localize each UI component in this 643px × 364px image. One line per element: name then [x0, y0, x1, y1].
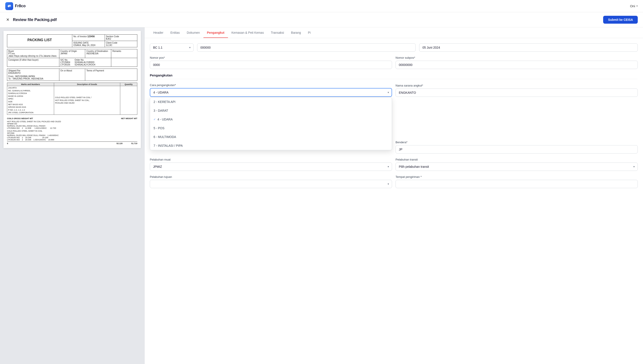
tempat-pengiriman-input[interactable]	[396, 180, 638, 188]
tab-pi[interactable]: Pi	[304, 28, 314, 38]
bc-select[interactable]: BC 1.1	[150, 43, 194, 52]
dropdown-label-2: 2 - KERETA API	[154, 100, 176, 104]
tab-dokumen[interactable]: Dokumen	[183, 28, 204, 38]
main-layout: PACKING LIST No. of Invoice 123456 Secti…	[0, 28, 643, 364]
submit-button[interactable]: Submit ke CEISA	[603, 16, 638, 24]
goods-desc: COLD ROLLED STEEL SHEET IN COIL /HOT ROL…	[54, 86, 120, 115]
client-code-label: Client Code	[106, 42, 136, 44]
tab-barang[interactable]: Barang	[288, 28, 304, 38]
order-1: S2404ALALYHR003	[74, 61, 95, 64]
pdf-panel: PACKING LIST No. of Invoice 123456 Secti…	[0, 28, 144, 364]
bendera-group: Bendera*	[396, 140, 638, 154]
pelabuhan-transit-wrapper: Pilih pelabuhan transit ▾	[396, 162, 638, 171]
top-fields-row: BC 1.1 ▾	[150, 43, 638, 52]
pelabuhan-muat-select[interactable]: JPMIZ	[150, 162, 392, 171]
user-menu[interactable]: Oni ▾	[630, 4, 638, 8]
page-header-left: ✕ Review file Packing.pdf	[5, 16, 57, 23]
buyer-label: Buyer	[8, 50, 58, 52]
invoice-no-value: 123456	[88, 35, 94, 38]
dropdown-option-2[interactable]: 2 - KERETA API	[150, 98, 392, 106]
tujuan-row: Pelabuhan tujuan ▾ Tempat pengiriman *	[150, 175, 638, 188]
issuing-date-value: OSAKA, May 24, 2024	[73, 44, 104, 46]
pelabuhan-transit-label: Pelabuhan transit	[396, 158, 638, 161]
nama-sarana-input[interactable]	[396, 88, 638, 97]
product-row-1: HOT ROLLED STEEL SHEET IN COIL PICKLED A…	[7, 120, 137, 129]
nomor-pos-label: Nomor pos*	[150, 56, 392, 59]
cara-pengangkutan-row: Cara pengangkutan* 4 - UDARA ▾ 2 - KERET…	[150, 84, 638, 97]
on-or-about-label: On or About	[59, 69, 85, 81]
buyer-address: Jalan Raya cakung cilincing no 27a Jakar…	[8, 55, 58, 57]
sc-2: LTF28105	[60, 64, 70, 66]
totals-row: 6 52.120 51.710	[7, 142, 137, 144]
pdf-header-table: PACKING LIST No. of Invoice 123456 Secti…	[7, 34, 137, 47]
tempat-pengiriman-group: Tempat pengiriman *	[396, 175, 638, 188]
goods-row: JAKARTANO. S2404ALALYHR003,S2405ALALYCRO…	[7, 86, 137, 115]
invoice-number-group	[197, 43, 416, 52]
client-code-value: 1L13C	[106, 44, 136, 46]
consignee-label: Consignee (if other than buyer)	[8, 59, 58, 61]
dropdown-option-4[interactable]: ✓ 4 - UDARA	[150, 115, 392, 124]
dropdown-option-6[interactable]: 6 - MULTIMODA	[150, 132, 392, 141]
dropdown-option-3[interactable]: 3 - DARAT	[150, 106, 392, 115]
tab-entitas[interactable]: Entitas	[167, 28, 183, 38]
date-group	[419, 43, 638, 52]
dropdown-option-5[interactable]: 5 - POS	[150, 124, 392, 132]
tab-transaksi[interactable]: Transaksi	[268, 28, 288, 38]
pdf-buyer-table: Buyer PT.xxx Jalan Raya cakung cilincing…	[7, 49, 137, 67]
pelabuhan-muat-group: Pelabuhan muat JPMIZ ▾	[150, 158, 392, 171]
tab-kemasan[interactable]: Kemasan & Peti Kemas	[228, 28, 268, 38]
buyer-name: PT.xxx	[8, 52, 58, 55]
origin-value: JAPAN	[60, 52, 84, 55]
dropdown-label-7: 7 - INSTALASI / PIPA	[154, 144, 183, 148]
logo-icon	[5, 2, 13, 10]
dropdown-label-4: 4 - UDARA	[158, 118, 172, 121]
logo-text: Fr8co	[15, 4, 26, 8]
close-button[interactable]: ✕	[5, 16, 10, 23]
pdf-goods-table: Marks and Numbers Description of Goods Q…	[7, 82, 137, 115]
shipped-per-value: ENGKANTO	[8, 72, 58, 74]
nama-sarana-label: Nama sarana angkut*	[396, 84, 638, 87]
check-icon-4: ✓	[154, 118, 156, 121]
pengangkutan-section-header: Pengangkutan	[150, 73, 638, 79]
pelabuhan-tujuan-select[interactable]	[150, 180, 392, 188]
desc-col-header: Description of Goods	[54, 83, 120, 86]
nama-sarana-group: Nama sarana angkut*	[396, 84, 638, 97]
terms-label: Terms of Payment	[85, 69, 137, 81]
shipped-per-label: Shipped Per	[8, 70, 58, 72]
order-2: S2405ALALYCROO4	[74, 64, 95, 66]
coils-label: COILS GROSS WEIGHT M/T	[7, 118, 33, 120]
origin-label: Country of Origin	[60, 50, 84, 52]
bendera-input[interactable]	[396, 145, 638, 154]
pdf-title: PACKING LIST	[8, 38, 71, 42]
pdf-content: PACKING LIST No. of Invoice 123456 Secti…	[4, 31, 141, 148]
tab-header[interactable]: Header	[150, 28, 167, 38]
date-input[interactable]	[419, 43, 638, 52]
bendera-label: Bendera*	[396, 140, 638, 144]
topnav: Fr8co Oni ▾	[0, 0, 643, 12]
nomor-subpos-group: Nomor subpos*	[396, 56, 638, 69]
invoice-number-input[interactable]	[197, 43, 416, 52]
cara-pengangkutan-select[interactable]: 4 - UDARA	[150, 88, 392, 97]
pelabuhan-tujuan-group: Pelabuhan tujuan ▾	[150, 175, 392, 188]
nomor-subpos-input[interactable]	[396, 61, 638, 69]
cara-pengangkutan-dropdown: 2 - KERETA API 3 - DARAT ✓ 4 - UDARA 5 -…	[150, 97, 392, 150]
to-value: TANJUNG PRIOK, INDONESIA	[12, 78, 43, 80]
dropdown-option-7[interactable]: 7 - INSTALASI / PIPA	[150, 141, 392, 150]
pelabuhan-tujuan-label: Pelabuhan tujuan	[150, 175, 392, 178]
goods-qty	[120, 86, 137, 115]
to-label: To	[8, 78, 11, 80]
cara-pengangkutan-group: Cara pengangkutan* 4 - UDARA ▾ 2 - KERET…	[150, 84, 392, 97]
pdf-summary: COILS GROSS WEIGHT M/T NET WEIGHT M/T HO…	[7, 118, 137, 144]
tab-pengangkut[interactable]: Pengangkut	[204, 28, 228, 38]
goods-marks: JAKARTANO. S2404ALALYHR003,S2405ALALYCRO…	[7, 86, 54, 115]
pelabuhan-transit-select[interactable]: Pilih pelabuhan transit	[396, 162, 638, 171]
tabs-bar: Header Entitas Dokumen Pengangkut Kemasa…	[144, 28, 643, 38]
invoice-no-label: No. of Invoice	[73, 35, 87, 38]
logo[interactable]: Fr8co	[5, 2, 26, 10]
net-weight-label: NET WEIGHT M/T	[121, 118, 138, 120]
page-title: Review file Packing.pdf	[13, 18, 57, 22]
pelabuhan-muat-label: Pelabuhan muat	[150, 158, 392, 161]
section-code-label: Section Code	[106, 35, 136, 38]
nomor-pos-input[interactable]	[150, 61, 392, 69]
sc-no-label: S/C No.	[60, 59, 70, 61]
